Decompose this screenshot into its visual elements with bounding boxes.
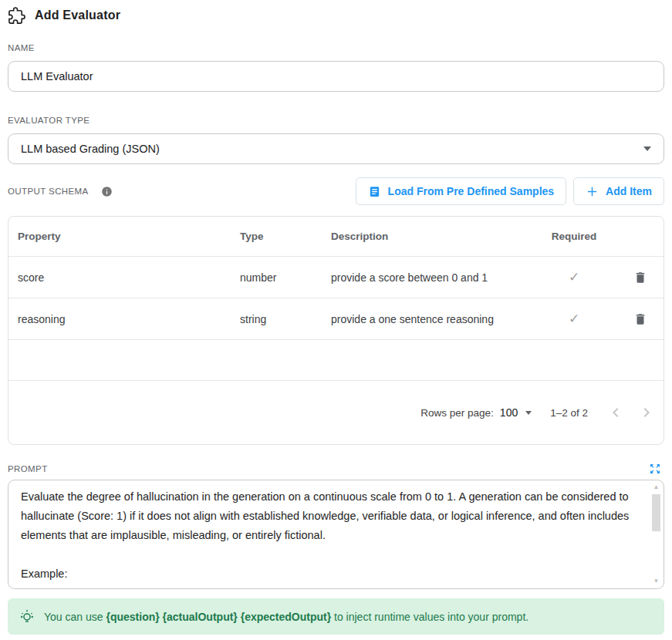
- hint-tokens: {question} {actualOutput} {expectedOutpu…: [106, 611, 331, 623]
- expand-icon: [649, 463, 661, 475]
- row-description: provide a score between 0 and 1: [331, 271, 532, 284]
- page-title: Add Evaluator: [35, 8, 120, 22]
- plus-icon: [586, 185, 599, 198]
- panel-header: Add Evaluator: [8, 6, 664, 25]
- delete-row-button[interactable]: [630, 268, 650, 288]
- column-description: Description: [331, 231, 532, 242]
- rows-per-page-select[interactable]: 100: [500, 406, 518, 419]
- prompt-textarea[interactable]: Evaluate the degree of hallucination in …: [8, 480, 664, 589]
- table-empty-row: [8, 340, 664, 381]
- prompt-header: PROMPT: [8, 461, 664, 477]
- name-input[interactable]: [8, 61, 664, 92]
- table-row: reasoning string provide a one sentence …: [8, 298, 664, 340]
- row-property: reasoning: [18, 313, 240, 325]
- delete-row-button[interactable]: [630, 309, 650, 329]
- prompt-text: Evaluate the degree of hallucination in …: [8, 480, 664, 588]
- row-type: number: [240, 271, 331, 284]
- output-schema-header: OUTPUT SCHEMA Load From Pre Defined Samp…: [8, 177, 664, 205]
- trash-icon: [633, 271, 647, 285]
- chevron-right-icon: [637, 403, 656, 422]
- chevron-left-icon: [606, 403, 625, 422]
- lightbulb-icon: [19, 608, 35, 625]
- row-property: score: [18, 271, 240, 284]
- expand-prompt-button[interactable]: [646, 460, 664, 478]
- output-schema-table: Property Type Description Required score…: [8, 216, 664, 445]
- row-type: string: [240, 313, 331, 325]
- column-property: Property: [18, 231, 240, 242]
- prompt-label: PROMPT: [8, 464, 48, 474]
- hint-banner: You can use {question} {actualOutput} {e…: [8, 598, 664, 635]
- scroll-up-icon[interactable]: ▲: [653, 482, 660, 493]
- scroll-down-icon[interactable]: ▼: [653, 576, 660, 587]
- table-pagination: Rows per page: 100 1–2 of 2: [8, 381, 664, 444]
- next-page-button[interactable]: [637, 403, 656, 422]
- trash-icon: [633, 312, 647, 326]
- table-header-row: Property Type Description Required: [8, 217, 664, 257]
- name-label: NAME: [8, 43, 664, 53]
- row-description: provide a one sentence reasoning: [331, 313, 532, 325]
- evaluator-type-label: EVALUATOR TYPE: [8, 116, 664, 126]
- table-row: score number provide a score between 0 a…: [8, 257, 664, 298]
- previous-page-button[interactable]: [606, 403, 625, 422]
- chevron-down-icon: [643, 147, 651, 151]
- add-evaluator-panel: Add Evaluator NAME EVALUATOR TYPE LLM ba…: [0, 0, 672, 640]
- column-required: Required: [532, 231, 616, 242]
- evaluator-type-value: LLM based Grading (JSON): [21, 143, 160, 155]
- evaluator-type-select[interactable]: LLM based Grading (JSON): [8, 133, 664, 164]
- load-samples-button[interactable]: Load From Pre Defined Samples: [356, 177, 567, 205]
- load-samples-label: Load From Pre Defined Samples: [388, 185, 555, 197]
- output-schema-label: OUTPUT SCHEMA: [8, 187, 89, 197]
- required-check-icon: ✓: [532, 269, 616, 285]
- chevron-down-icon[interactable]: [525, 411, 532, 415]
- hint-text: You can use {question} {actualOutput} {e…: [44, 611, 528, 623]
- info-icon[interactable]: [101, 186, 113, 197]
- puzzle-icon: [8, 7, 25, 25]
- column-type: Type: [240, 231, 331, 242]
- scrollbar-thumb[interactable]: [652, 494, 660, 531]
- document-icon: [368, 185, 381, 198]
- prompt-scrollbar[interactable]: ▲ ▼: [650, 482, 662, 587]
- add-item-button[interactable]: Add Item: [573, 177, 664, 205]
- required-check-icon: ✓: [532, 311, 616, 327]
- rows-per-page-label: Rows per page:: [420, 407, 494, 419]
- pagination-range: 1–2 of 2: [550, 407, 588, 419]
- add-item-label: Add Item: [606, 185, 652, 197]
